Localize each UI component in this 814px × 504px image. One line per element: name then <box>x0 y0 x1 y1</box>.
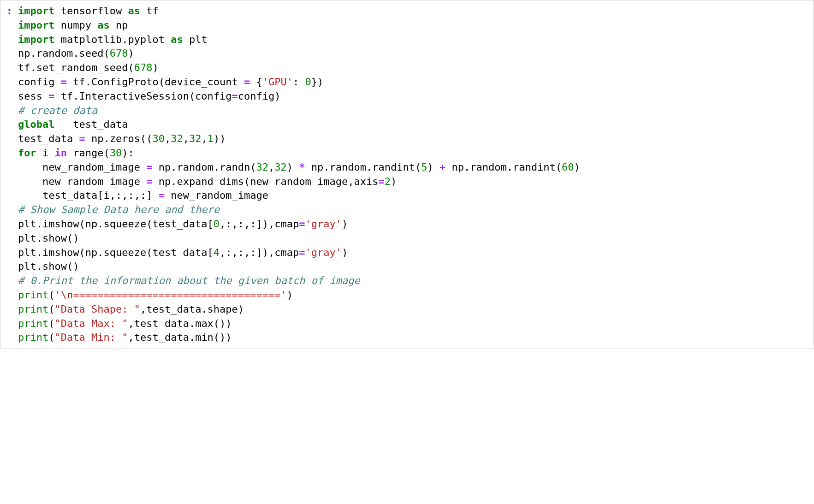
token-kw: import <box>18 34 54 45</box>
code-line: # create data <box>18 104 810 118</box>
token-plain: i <box>36 147 55 159</box>
code-line: print("Data Shape: ",test_data.shape) <box>18 302 810 317</box>
token-num: 0 <box>305 76 311 88</box>
code-cell: : import tensorflow as tfimport numpy as… <box>0 0 814 349</box>
token-plain: tf.ConfigProto(device_count <box>67 76 244 88</box>
token-plain: { <box>250 76 262 88</box>
token-plain: ( <box>48 289 54 301</box>
token-kw: as <box>171 34 183 45</box>
code-line: plt.show() <box>18 260 810 274</box>
token-plain: tf.set_random_seed( <box>18 62 134 73</box>
code-line: print('\n===============================… <box>18 288 810 302</box>
token-plain: plt.imshow(np.squeeze(test_data[ <box>18 247 214 258</box>
token-plain: ,test_data.max()) <box>128 318 232 329</box>
code-line: new_random_image = np.expand_dims(new_ra… <box>18 175 810 189</box>
token-num: 30 <box>110 147 122 159</box>
token-plain: tf <box>140 5 159 17</box>
token-plain: , <box>183 133 189 144</box>
token-plain: new_random_image <box>18 161 146 173</box>
token-str: "Data Shape: " <box>54 303 140 315</box>
code-line: plt.imshow(np.squeeze(test_data[0,:,:,:]… <box>18 217 810 231</box>
token-plain: ): <box>122 147 134 159</box>
token-plain: , <box>165 133 171 144</box>
token-plain: plt.show() <box>18 232 79 244</box>
token-op: = <box>232 90 238 102</box>
token-str: 'GPU' <box>262 76 293 88</box>
token-kw: import <box>18 5 54 17</box>
token-plain: ) <box>342 218 348 230</box>
token-kw: as <box>128 5 140 17</box>
token-plain: ( <box>48 318 54 329</box>
token-plain: np <box>110 19 128 31</box>
input-prompt: : <box>0 0 14 349</box>
token-bi: print <box>18 303 48 315</box>
token-op: = <box>159 190 165 201</box>
token-op: = <box>61 76 67 88</box>
token-op: = <box>378 176 384 187</box>
code-line: new_random_image = np.random.randn(32,32… <box>18 160 810 175</box>
token-plain: new_random_image <box>165 190 268 201</box>
token-str: "Data Max: " <box>54 318 128 329</box>
token-plain: }) <box>311 76 324 88</box>
token-kw: as <box>97 19 110 31</box>
code-input[interactable]: import tensorflow as tfimport numpy as n… <box>14 0 814 349</box>
token-plain: sess <box>18 90 48 102</box>
token-str: '\n==================================' <box>54 289 286 301</box>
token-plain: np.random.seed( <box>18 47 110 59</box>
token-plain: ) <box>152 62 158 73</box>
token-plain: ) <box>428 161 440 173</box>
code-line: config = tf.ConfigProto(device_count = {… <box>18 75 810 89</box>
token-kw: for <box>18 147 36 159</box>
token-plain: ( <box>48 332 54 343</box>
token-plain: tf.InteractiveSession(config <box>54 90 232 102</box>
token-op: = <box>146 161 152 173</box>
code-line: print("Data Min: ",test_data.min()) <box>18 331 810 345</box>
token-plain: ) <box>287 289 293 301</box>
token-num: 32 <box>171 133 183 144</box>
token-plain: test_data <box>54 119 128 130</box>
token-num: 1 <box>208 133 214 144</box>
token-plain: test_data[i,:,:,:] <box>18 190 159 201</box>
token-str: 'gray' <box>305 247 342 258</box>
token-num: 678 <box>110 47 128 59</box>
code-line: print("Data Max: ",test_data.max()) <box>18 317 810 331</box>
token-bi: print <box>18 289 48 301</box>
token-plain: )) <box>214 133 226 144</box>
token-plain: np.expand_dims(new_random_image,axis <box>152 176 378 187</box>
token-op: = <box>244 76 250 88</box>
token-bi: print <box>18 318 48 329</box>
token-plain: plt.show() <box>18 261 79 272</box>
token-plain: : <box>293 76 305 88</box>
code-line: test_data[i,:,:,:] = new_random_image <box>18 189 810 203</box>
code-line: import tensorflow as tf <box>18 4 810 18</box>
token-plain: tensorflow <box>54 5 128 17</box>
token-num: 5 <box>421 161 427 173</box>
token-plain: matplotlib.pyplot <box>54 34 171 45</box>
token-plain: np.random.randint( <box>446 161 562 173</box>
code-line: # 0.Print the information about the give… <box>18 274 810 288</box>
token-str: "Data Min: " <box>54 332 128 343</box>
token-plain: numpy <box>54 19 97 31</box>
code-line: for i in range(30): <box>18 146 810 160</box>
token-op: = <box>146 176 152 187</box>
code-line: plt.imshow(np.squeeze(test_data[4,:,:,:]… <box>18 246 810 260</box>
token-plain: ) <box>342 247 348 258</box>
token-plain: plt.imshow(np.squeeze(test_data[ <box>18 218 214 230</box>
token-op: = <box>79 133 85 144</box>
token-plain: ) <box>391 176 397 187</box>
token-plain: config) <box>238 90 281 102</box>
code-line: global test_data <box>18 118 810 132</box>
token-plain: , <box>201 133 207 144</box>
token-op: = <box>299 218 305 230</box>
token-op: = <box>299 247 305 258</box>
token-plain: range( <box>67 147 110 159</box>
token-op: in <box>55 147 67 159</box>
code-line: sess = tf.InteractiveSession(config=conf… <box>18 89 810 104</box>
token-plain: ) <box>574 161 580 173</box>
token-num: 4 <box>214 247 220 258</box>
token-plain: config <box>18 76 61 88</box>
token-op: * <box>299 161 305 173</box>
token-plain: ,test_data.min()) <box>128 332 232 343</box>
token-com: # Show Sample Data here and there <box>18 204 220 215</box>
code-line: import matplotlib.pyplot as plt <box>18 33 810 47</box>
